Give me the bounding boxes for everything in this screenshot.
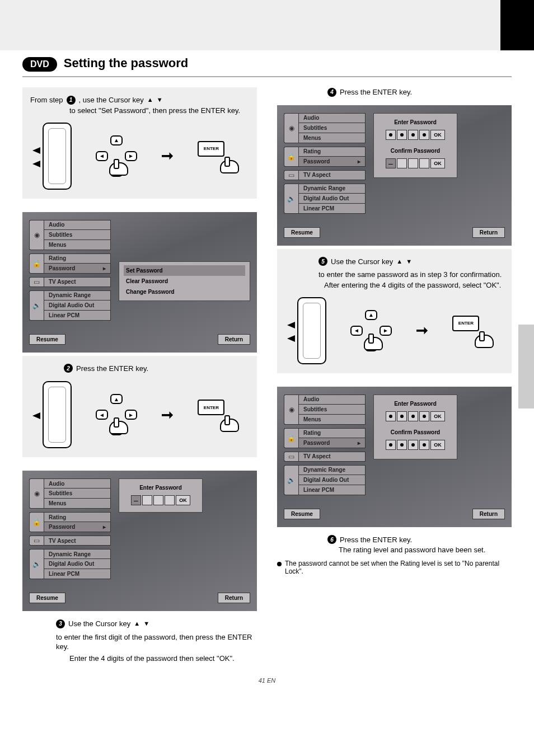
pw-digit-3[interactable]	[153, 495, 163, 505]
pointer-icon	[287, 335, 295, 342]
step2-diagram: ▲▼ ◄► ➞ ENTER	[30, 381, 249, 448]
menu-item-lpcm[interactable]: Linear PCM	[44, 311, 111, 321]
step-3-line: 3 Use the Cursor key ▲ ▼ to enter the fi…	[56, 619, 257, 652]
step4-text: Press the ENTER key.	[340, 87, 412, 97]
resume-button[interactable]: Resume	[29, 334, 65, 345]
osd-confirm-filled: ◉ Audio Subtitles Menus 🔒 Rating Passwor…	[277, 387, 512, 527]
pw-digit[interactable]	[419, 130, 429, 140]
arrow-right-icon: ➞	[161, 147, 174, 165]
resume-button[interactable]: Resume	[284, 227, 320, 238]
menu-item-menus[interactable]: Menus	[44, 240, 111, 250]
pw-digit[interactable]	[408, 158, 418, 168]
arrow-right-icon: ➞	[161, 406, 174, 424]
opt-change-password[interactable]: Change Password	[124, 287, 245, 297]
osd-enter-password: ◉ Audio Subtitles Menus 🔒 Rating Passwor…	[22, 471, 257, 611]
pw-digit[interactable]	[419, 158, 429, 168]
return-button[interactable]: Return	[218, 334, 250, 345]
step-badge-5: 5	[318, 257, 327, 266]
menu-item-subtitles[interactable]: Subtitles	[44, 230, 111, 240]
tv-icon: ▭	[29, 277, 44, 287]
confirm-password-panel-filled: Enter Password OK Confirm Password	[373, 395, 457, 459]
up-arrow-icon: ▲	[134, 619, 140, 628]
pointer-icon	[32, 147, 40, 154]
menu-item-digaudio[interactable]: Digital Audio Out	[44, 300, 111, 311]
step5-text-a: Use the Cursor key	[331, 257, 393, 267]
footnote-text: The password cannot be set when the Rati…	[285, 560, 512, 575]
step-5-block: 5 Use the Cursor key ▲ ▼ to enter the sa…	[277, 249, 512, 373]
title-divider	[22, 76, 512, 77]
resume-button[interactable]: Resume	[284, 509, 320, 519]
disc-icon: ◉	[29, 220, 44, 250]
step5-text-b: to enter the same password as in step 3 …	[318, 270, 502, 280]
page-number: 41 EN	[22, 677, 512, 684]
pw-digit[interactable]	[397, 158, 407, 168]
enter-button-label: ENTER	[198, 141, 224, 157]
menu-item-tvaspect[interactable]: TV Aspect	[44, 277, 111, 287]
pw-digit[interactable]	[397, 130, 407, 140]
dpad-icon: ▲ ▼ ◄ ►	[96, 135, 137, 177]
step6-text-a: Press the ENTER key.	[340, 535, 412, 545]
down-arrow-icon: ▼	[143, 619, 149, 628]
step1-diagram: ▲ ▼ ◄ ► ➞ ENTER	[30, 123, 249, 190]
step2-text: Press the ENTER key.	[76, 364, 148, 374]
up-arrow-icon: ▲	[396, 257, 402, 266]
step1-text-c: to select "Set Password", then press the…	[69, 106, 249, 115]
step3-text-b: to enter the first digit of the password…	[56, 632, 257, 652]
pw-digit[interactable]	[386, 130, 396, 140]
remote-icon	[297, 297, 326, 364]
arrow-right-icon: ➞	[416, 322, 428, 339]
step-1-block: From step 1 , use the Cursor key ▲ ▼ to …	[22, 87, 257, 199]
right-column: 4 Press the ENTER key. ◉ Audio Subtitles…	[277, 87, 512, 664]
pw-digit-4[interactable]	[165, 495, 175, 505]
left-column: From step 1 , use the Cursor key ▲ ▼ to …	[22, 87, 257, 664]
up-arrow-icon: ▲	[147, 96, 153, 104]
return-button[interactable]: Return	[218, 593, 250, 603]
pointer-icon	[32, 161, 40, 167]
dpad-icon: ▲▼ ◄►	[350, 310, 392, 351]
step-badge-6: 6	[327, 535, 336, 544]
step3-text-c: Enter the 4 digits of the password then …	[69, 654, 257, 663]
step-badge-3: 3	[56, 619, 65, 628]
opt-set-password[interactable]: Set Password	[124, 265, 245, 276]
enter-press-icon: ENTER	[452, 316, 491, 346]
confirm-password-label: Confirm Password	[378, 148, 452, 154]
dvd-pill: DVD	[22, 57, 57, 72]
step3-text-a: Use the Cursor key	[68, 619, 130, 629]
enter-password-panel: Enter Password – OK	[119, 478, 203, 513]
speaker-icon: 🔈	[29, 290, 44, 321]
return-button[interactable]: Return	[472, 227, 505, 238]
step-badge-2: 2	[64, 364, 73, 373]
opt-clear-password[interactable]: Clear Password	[124, 276, 245, 287]
menu-item-audio[interactable]: Audio	[44, 220, 111, 230]
resume-button[interactable]: Resume	[29, 593, 65, 603]
lock-icon: 🔒	[29, 253, 44, 274]
down-arrow-icon: ▼	[406, 257, 412, 266]
enter-press-icon: ENTER	[198, 141, 237, 171]
step5-diagram: ▲▼ ◄► ➞ ENTER	[285, 297, 504, 364]
down-arrow-icon: ▼	[157, 96, 163, 104]
dpad-icon: ▲▼ ◄►	[96, 394, 137, 435]
pw-ok-button[interactable]: OK	[176, 495, 190, 505]
menu-item-dynrange[interactable]: Dynamic Range	[44, 290, 111, 300]
step1-text-b: , use the Cursor key	[79, 95, 144, 105]
confirm-password-panel: Enter Password OK Confirm Password –	[373, 113, 457, 178]
pointer-icon	[32, 412, 40, 419]
pw-digit-1[interactable]: –	[131, 495, 141, 505]
pw-digit-2[interactable]	[142, 495, 152, 505]
remote-icon	[43, 381, 72, 448]
bullet-icon	[277, 562, 282, 566]
footnote: The password cannot be set when the Rati…	[277, 560, 512, 575]
step1-text-a: From step	[30, 95, 63, 105]
step-6-line: 6 Press the ENTER key.	[327, 535, 512, 545]
step6-text-b: The rating level and password have been …	[339, 546, 512, 554]
pw-digit[interactable]	[408, 130, 418, 140]
menu-item-password[interactable]: Password▸	[44, 264, 111, 274]
pw-digit[interactable]: –	[386, 158, 396, 168]
password-options-panel: Set Password Clear Password Change Passw…	[119, 261, 250, 301]
step-badge-4: 4	[327, 88, 336, 97]
menu-item-rating[interactable]: Rating	[44, 253, 111, 264]
pointer-icon	[287, 322, 295, 328]
enter-password-label: Enter Password	[124, 485, 198, 491]
return-button[interactable]: Return	[472, 509, 505, 519]
osd-password-options: ◉ Audio Subtitles Menus 🔒 Rating P	[22, 212, 257, 353]
